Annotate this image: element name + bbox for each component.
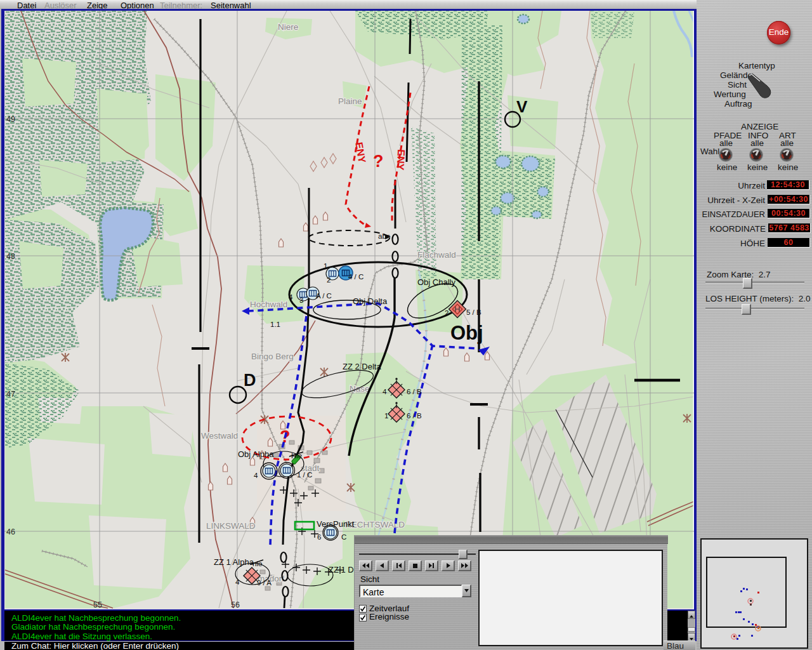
svg-text:Obj Chally: Obj Chally [417, 277, 455, 287]
svg-text:Niere: Niere [278, 22, 298, 32]
svg-text:C: C [341, 533, 346, 541]
svg-text:abn: abn [378, 232, 390, 240]
svg-text:9 / A: 9 / A [257, 579, 272, 587]
svg-text:A / C: A / C [316, 292, 332, 300]
svg-text:48: 48 [6, 252, 15, 261]
svg-text:ENY: ENY [395, 149, 407, 171]
svg-text:1 / C: 1 / C [297, 471, 312, 479]
svg-text:Plaine: Plaine [338, 96, 362, 106]
svg-text:Nase: Nase [350, 384, 370, 394]
svg-text:6 / B: 6 / B [407, 388, 422, 395]
svg-text:4: 4 [383, 388, 387, 395]
svg-text:4: 4 [254, 472, 258, 479]
svg-text:46: 46 [6, 527, 15, 536]
svg-text:1.1: 1.1 [270, 321, 280, 328]
svg-text:5 / B: 5 / B [466, 308, 481, 316]
svg-text:1: 1 [384, 412, 388, 420]
svg-text:4: 4 [235, 578, 240, 586]
svg-text:Westwald: Westwald [201, 431, 238, 441]
svg-text:56: 56 [231, 600, 240, 609]
svg-text:6: 6 [317, 533, 321, 541]
svg-text:Bingo Berg: Bingo Berg [251, 352, 294, 361]
svg-text:2: 2 [445, 309, 449, 317]
svg-text:4 / C: 4 / C [348, 273, 363, 281]
svg-text:Obj Alpha: Obj Alpha [238, 449, 274, 459]
svg-text:ZZ 1 D: ZZ 1 D [329, 565, 354, 574]
svg-text:55: 55 [93, 600, 102, 609]
svg-text:V: V [516, 97, 528, 116]
svg-text:47: 47 [6, 390, 15, 399]
svg-text:1: 1 [324, 262, 327, 270]
svg-text:D: D [244, 371, 256, 390]
svg-text:Hochwald: Hochwald [250, 300, 287, 309]
svg-text:Obj Delta: Obj Delta [353, 296, 388, 306]
svg-text:Flachwald: Flachwald [417, 250, 456, 260]
svg-text:ZZ 2 Delta: ZZ 2 Delta [343, 362, 381, 371]
svg-text:2: 2 [327, 276, 331, 284]
svg-text:Obj: Obj [450, 322, 483, 344]
svg-text:ZZ 1 Alpha: ZZ 1 Alpha [214, 557, 254, 567]
svg-text:49: 49 [6, 115, 15, 124]
svg-text:3: 3 [299, 296, 303, 304]
svg-text:4: 4 [289, 293, 293, 301]
svg-text:VersPunkt: VersPunkt [317, 519, 355, 529]
svg-text:6 / B: 6 / B [407, 412, 422, 420]
svg-text:LINKSWALD: LINKSWALD [206, 521, 256, 531]
svg-text:?: ? [373, 152, 384, 171]
